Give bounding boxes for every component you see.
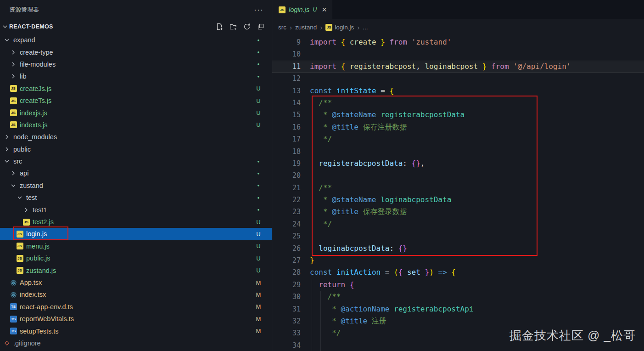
breadcrumb-item[interactable]: JSlogin.js — [325, 24, 354, 31]
git-status-badge: U — [252, 121, 272, 128]
tree-folder-node_modules[interactable]: node_modules — [0, 131, 272, 143]
code-line-24[interactable]: 24 */ — [272, 218, 644, 230]
refresh-icon[interactable] — [243, 23, 251, 30]
tree-folder-src[interactable]: src● — [0, 155, 272, 167]
tree-folder-lib[interactable]: lib● — [0, 70, 272, 82]
tab-login-js[interactable]: JS login.js U × — [272, 0, 332, 19]
tab-label: login.js — [289, 6, 309, 13]
file-tree: expand●create-type●file-modules●lib●JScr… — [0, 34, 272, 351]
tree-folder-expand[interactable]: expand● — [0, 34, 272, 46]
breadcrumb-item[interactable]: zustand — [295, 24, 317, 31]
git-status-badge: U — [252, 267, 272, 274]
js-file-icon: JS — [17, 255, 23, 262]
new-file-icon[interactable] — [216, 23, 223, 30]
code-line-22[interactable]: 22 * @stateName loginabcpostData — [272, 194, 644, 206]
tree-folder-create-type[interactable]: create-type● — [0, 46, 272, 58]
tree-file-public.js[interactable]: JSpublic.jsU — [0, 252, 272, 264]
chevron-right-icon[interactable] — [9, 61, 17, 68]
chevron-down-icon[interactable] — [16, 194, 24, 201]
changes-dot-badge: ● — [252, 196, 272, 200]
indent-guide — [320, 327, 321, 339]
code-line-11[interactable]: 11import { registerabcpost, loginabcpost… — [272, 61, 644, 73]
line-number: 23 — [272, 206, 301, 218]
line-number: 13 — [272, 85, 301, 97]
tree-file-indexjs.js[interactable]: JSindexjs.jsU — [0, 107, 272, 119]
code-line-25[interactable]: 25 — [272, 230, 644, 242]
chevron-right-icon[interactable] — [9, 49, 17, 56]
changes-dot-badge: ● — [252, 62, 272, 66]
close-icon[interactable]: × — [322, 6, 327, 14]
tree-file-login.js[interactable]: JSlogin.jsU — [0, 228, 272, 240]
code-line-18[interactable]: 18 — [272, 146, 644, 158]
code-line-10[interactable]: 10 — [272, 48, 644, 60]
file-label: .gitignore — [13, 340, 41, 347]
new-folder-icon[interactable] — [230, 23, 237, 30]
tree-file-index.tsx[interactable]: index.tsxM — [0, 289, 272, 300]
breadcrumb-item[interactable]: ... — [363, 24, 368, 31]
breadcrumb-item[interactable]: src — [278, 24, 286, 31]
code-line-21[interactable]: 21 /** — [272, 182, 644, 194]
collapse-all-icon[interactable] — [257, 23, 264, 30]
more-actions-icon[interactable]: ··· — [254, 7, 263, 12]
tree-folder-test[interactable]: test● — [0, 192, 272, 204]
code-editor[interactable]: 9import { create } from 'zustand'1011imp… — [272, 35, 644, 351]
chevron-down-icon[interactable] — [3, 36, 11, 44]
git-status-badge: M — [252, 328, 272, 334]
tree-file-App.tsx[interactable]: App.tsxM — [0, 277, 272, 289]
vscode-window: 资源管理器 ··· REACT-DEMOS — [0, 0, 644, 351]
line-number: 26 — [272, 243, 301, 255]
tree-file-indexts.js[interactable]: JSindexts.jsU — [0, 119, 272, 131]
code-line-17[interactable]: 17 */ — [272, 133, 644, 145]
tree-folder-zustand[interactable]: zustand● — [0, 180, 272, 192]
code-line-28[interactable]: 28const initAction = ({ set }) => { — [272, 266, 644, 278]
tree-folder-test1[interactable]: test1● — [0, 204, 272, 215]
chevron-right-icon[interactable] — [9, 73, 17, 80]
git-file-icon — [3, 340, 11, 347]
indent-guide — [312, 291, 312, 303]
code-line-12[interactable]: 12 — [272, 73, 644, 85]
chevron-right-icon[interactable] — [9, 170, 17, 177]
file-label: public — [13, 146, 31, 153]
code-line-16[interactable]: 16 * @title 保存注册数据 — [272, 121, 644, 133]
workspace-section-header[interactable]: REACT-DEMOS — [0, 19, 272, 34]
file-label: test2.js — [33, 218, 54, 226]
code-line-26[interactable]: 26 loginabcpostData: {} — [272, 243, 644, 255]
code-line-19[interactable]: 19 registerabcpostData: {}, — [272, 158, 644, 170]
code-line-29[interactable]: 29 return { — [272, 279, 644, 291]
tree-file-createJs.js[interactable]: JScreateJs.jsU — [0, 83, 272, 95]
line-number: 27 — [272, 255, 301, 266]
tree-file-zustand.js[interactable]: JSzustand.jsU — [0, 264, 272, 276]
git-status-badge: U — [313, 6, 317, 13]
chevron-down-icon[interactable] — [9, 182, 17, 189]
tree-file-test2.js[interactable]: JStest2.jsU — [0, 216, 272, 228]
chevron-right-icon[interactable] — [3, 133, 11, 141]
tree-file-menu.js[interactable]: JSmenu.jsU — [0, 240, 272, 252]
tree-file-reportWebVitals.ts[interactable]: TSreportWebVitals.tsM — [0, 313, 272, 325]
changes-dot-badge: ● — [252, 183, 272, 187]
code-line-27[interactable]: 27} — [272, 255, 644, 266]
chevron-right-icon[interactable] — [3, 146, 11, 153]
code-line-15[interactable]: 15 * @stateName registerabcpostData — [272, 109, 644, 121]
code-line-30[interactable]: 30 /** — [272, 291, 644, 303]
code-line-20[interactable]: 20 — [272, 170, 644, 181]
code-line-32[interactable]: 32 * @title 注册 — [272, 315, 644, 327]
tree-file-react-app-env.d.ts[interactable]: TSreact-app-env.d.tsM — [0, 301, 272, 313]
tree-folder-api[interactable]: api● — [0, 167, 272, 179]
chevron-down-icon[interactable] — [3, 158, 11, 165]
tree-folder-public[interactable]: public — [0, 143, 272, 155]
code-line-31[interactable]: 31 * @actionName registerabcpostApi — [272, 303, 644, 315]
indent-guide — [312, 133, 312, 145]
code-line-13[interactable]: 13const initState = { — [272, 85, 644, 97]
tree-file-.gitignore[interactable]: .gitignore — [0, 337, 272, 349]
line-number: 9 — [272, 36, 301, 48]
line-number: 12 — [272, 73, 301, 85]
code-line-9[interactable]: 9import { create } from 'zustand' — [272, 36, 644, 48]
tree-file-setupTests.ts[interactable]: TSsetupTests.tsM — [0, 325, 272, 337]
code-line-23[interactable]: 23 * @title 保存登录数据 — [272, 206, 644, 218]
tree-folder-file-modules[interactable]: file-modules● — [0, 58, 272, 70]
tree-file-createTs.js[interactable]: JScreateTs.jsU — [0, 95, 272, 107]
indent-guide — [320, 340, 321, 351]
code-line-14[interactable]: 14 /** — [272, 97, 644, 109]
chevron-right-icon[interactable] — [22, 206, 30, 214]
js-file-icon: JS — [10, 97, 17, 104]
